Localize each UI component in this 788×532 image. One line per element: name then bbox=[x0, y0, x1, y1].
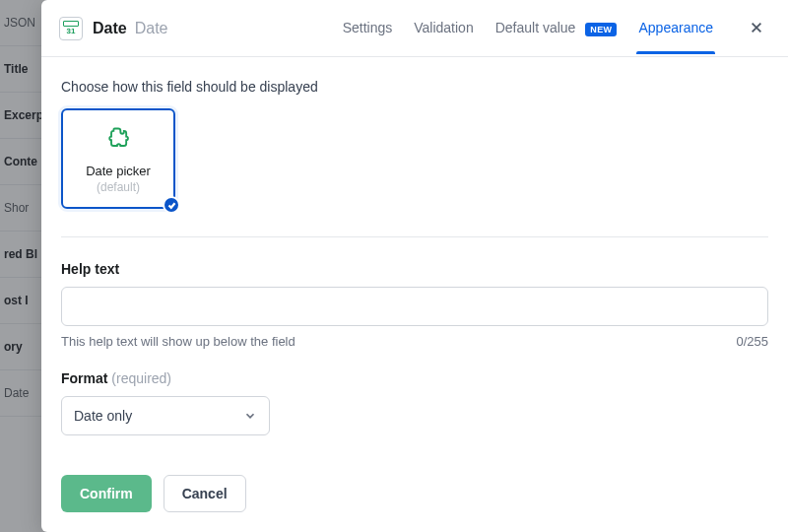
display-option-subtitle: (default) bbox=[97, 180, 140, 194]
calendar-icon: 31 bbox=[59, 17, 83, 40]
format-select[interactable]: Date only bbox=[61, 396, 270, 435]
tab-bar: Settings Validation Default value NEW Ap… bbox=[343, 2, 770, 53]
format-label-text: Format bbox=[61, 370, 107, 386]
field-settings-modal: 31 Date Date Settings Validation Default… bbox=[41, 0, 788, 532]
modal-footer: Confirm Cancel bbox=[41, 457, 788, 532]
format-required: (required) bbox=[107, 370, 171, 386]
cancel-button[interactable]: Cancel bbox=[164, 475, 246, 512]
display-option-title: Date picker bbox=[86, 164, 151, 178]
help-text-label: Help text bbox=[61, 261, 768, 277]
tab-settings[interactable]: Settings bbox=[343, 2, 393, 53]
field-name: Date bbox=[93, 20, 127, 37]
tab-label: Default value bbox=[495, 20, 576, 35]
new-badge: NEW bbox=[585, 23, 617, 36]
check-icon bbox=[167, 201, 176, 210]
puzzle-icon bbox=[103, 124, 133, 154]
field-type: Date bbox=[135, 20, 168, 37]
tab-default-value[interactable]: Default value NEW bbox=[495, 2, 618, 53]
format-label: Format (required) bbox=[61, 370, 768, 386]
tab-appearance[interactable]: Appearance bbox=[638, 2, 713, 53]
help-text-meta: This help text will show up below the fi… bbox=[61, 334, 768, 349]
confirm-button[interactable]: Confirm bbox=[61, 475, 152, 512]
display-section-label: Choose how this field should be displaye… bbox=[61, 79, 768, 95]
chevron-down-icon bbox=[243, 409, 257, 423]
close-button[interactable] bbox=[743, 14, 770, 41]
selected-check bbox=[163, 196, 180, 214]
help-text-counter: 0/255 bbox=[736, 334, 768, 349]
format-select-value: Date only bbox=[74, 408, 132, 424]
help-text-input[interactable] bbox=[61, 287, 768, 326]
help-text-hint: This help text will show up below the fi… bbox=[61, 334, 296, 349]
modal-body: Choose how this field should be displaye… bbox=[41, 57, 788, 457]
divider bbox=[61, 236, 768, 237]
modal-header: 31 Date Date Settings Validation Default… bbox=[41, 0, 788, 57]
tab-validation[interactable]: Validation bbox=[414, 2, 473, 53]
display-option-date-picker[interactable]: Date picker (default) bbox=[61, 108, 175, 209]
close-icon bbox=[750, 21, 763, 34]
calendar-day: 31 bbox=[67, 27, 76, 35]
